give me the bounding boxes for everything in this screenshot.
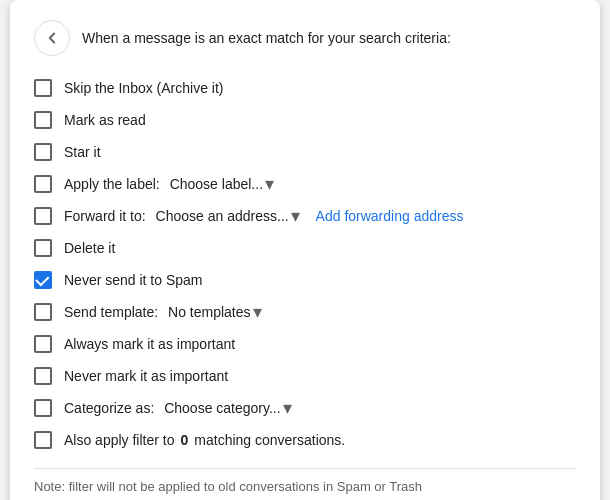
delete-it-checkbox[interactable] <box>34 239 52 257</box>
divider <box>34 468 576 469</box>
never-important-checkbox[interactable] <box>34 367 52 385</box>
star-it-checkbox[interactable] <box>34 143 52 161</box>
choose-category-dropdown[interactable]: Choose category... ▾ <box>164 399 291 417</box>
send-template-checkbox[interactable] <box>34 303 52 321</box>
apply-filter-checkbox[interactable] <box>34 431 52 449</box>
matching-count: 0 <box>181 432 189 448</box>
always-important-checkbox[interactable] <box>34 335 52 353</box>
apply-filter-label: Also apply filter to 0 matching conversa… <box>64 432 345 448</box>
choose-address-value: Choose an address... <box>156 208 289 224</box>
note-text: Note: filter will not be applied to old … <box>34 479 576 494</box>
send-template-label: Send template: No templates ▾ <box>64 303 262 321</box>
option-row: Forward it to: Choose an address... ▾ Ad… <box>34 200 576 232</box>
apply-label-checkbox[interactable] <box>34 175 52 193</box>
header-title: When a message is an exact match for you… <box>82 30 451 46</box>
option-row: Also apply filter to 0 matching conversa… <box>34 424 576 456</box>
always-important-label: Always mark it as important <box>64 336 235 352</box>
option-row: Categorize as: Choose category... ▾ <box>34 392 576 424</box>
mark-read-label: Mark as read <box>64 112 146 128</box>
forward-to-label: Forward it to: Choose an address... ▾ Ad… <box>64 207 463 225</box>
option-row: Delete it <box>34 232 576 264</box>
chevron-down-icon: ▾ <box>283 399 292 417</box>
add-forwarding-address-link[interactable]: Add forwarding address <box>316 208 464 224</box>
option-row: Always mark it as important <box>34 328 576 360</box>
forward-to-checkbox[interactable] <box>34 207 52 225</box>
option-row: Never send it to Spam <box>34 264 576 296</box>
filter-settings-card: When a message is an exact match for you… <box>10 0 600 500</box>
no-templates-value: No templates <box>168 304 250 320</box>
never-important-label: Never mark it as important <box>64 368 228 384</box>
delete-it-label: Delete it <box>64 240 115 256</box>
option-row: Skip the Inbox (Archive it) <box>34 72 576 104</box>
categorize-as-checkbox[interactable] <box>34 399 52 417</box>
choose-category-value: Choose category... <box>164 400 280 416</box>
back-icon <box>43 29 61 47</box>
chevron-down-icon: ▾ <box>253 303 262 321</box>
option-row: Never mark it as important <box>34 360 576 392</box>
skip-inbox-checkbox[interactable] <box>34 79 52 97</box>
never-spam-checkbox[interactable] <box>34 271 52 289</box>
mark-read-checkbox[interactable] <box>34 111 52 129</box>
choose-label-dropdown[interactable]: Choose label... ▾ <box>170 175 274 193</box>
card-header: When a message is an exact match for you… <box>34 20 576 56</box>
no-templates-dropdown[interactable]: No templates ▾ <box>168 303 261 321</box>
never-spam-label: Never send it to Spam <box>64 272 203 288</box>
choose-label-value: Choose label... <box>170 176 263 192</box>
options-list: Skip the Inbox (Archive it) Mark as read… <box>34 72 576 456</box>
skip-inbox-label: Skip the Inbox (Archive it) <box>64 80 224 96</box>
option-row: Apply the label: Choose label... ▾ <box>34 168 576 200</box>
apply-label-label: Apply the label: Choose label... ▾ <box>64 175 274 193</box>
option-row: Mark as read <box>34 104 576 136</box>
chevron-down-icon: ▾ <box>265 175 274 193</box>
back-button[interactable] <box>34 20 70 56</box>
star-it-label: Star it <box>64 144 101 160</box>
option-row: Star it <box>34 136 576 168</box>
option-row: Send template: No templates ▾ <box>34 296 576 328</box>
chevron-down-icon: ▾ <box>291 207 300 225</box>
choose-address-dropdown[interactable]: Choose an address... ▾ <box>156 207 300 225</box>
categorize-as-label: Categorize as: Choose category... ▾ <box>64 399 292 417</box>
